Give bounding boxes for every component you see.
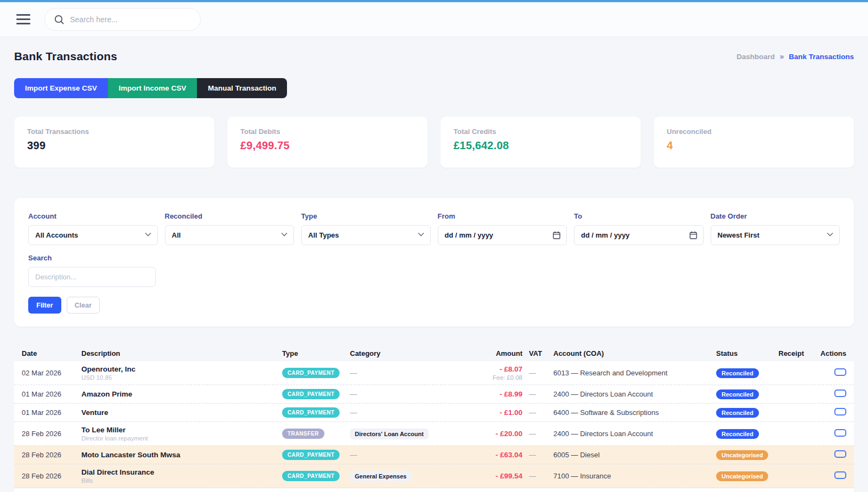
stat-value: 4: [667, 139, 841, 152]
status-badge: Reconciled: [716, 389, 759, 399]
topbar: [0, 2, 868, 37]
transaction-amount: - £20.00: [447, 426, 526, 442]
transaction-type: CARD_PAYMENT: [279, 467, 347, 485]
from-date-input[interactable]: dd / mm / yyyy: [438, 225, 567, 245]
account-select[interactable]: All Accounts: [28, 225, 158, 245]
category-pill: General Expenses: [350, 471, 411, 482]
chevron-down-icon: [827, 232, 833, 237]
col-header-category: Category: [347, 349, 447, 357]
clear-button[interactable]: Clear: [67, 297, 100, 314]
breadcrumb-separator-icon: »: [780, 52, 784, 61]
type-badge: CARD_PAYMENT: [282, 407, 340, 418]
transaction-actions: [813, 446, 850, 463]
col-header-date: Date: [18, 349, 78, 357]
to-date-input[interactable]: dd / mm / yyyy: [574, 225, 704, 245]
transaction-description: Dial Direct Insurance Bills: [78, 464, 279, 488]
type-badge: CARD_PAYMENT: [282, 368, 340, 378]
calendar-icon: [553, 231, 560, 239]
stat-label: Unreconciled: [667, 127, 841, 136]
transaction-description: To Lee Miller Director loan repayment: [78, 422, 279, 445]
table-row: 28 Feb 2026 Sq *colchester Market Direct…: [14, 488, 854, 492]
transaction-amount: - £8.07 Fee: £0.08: [447, 361, 526, 385]
transaction-category: General Expenses: [347, 467, 447, 485]
stat-label: Total Credits: [454, 127, 628, 136]
transaction-type: CARD_PAYMENT: [279, 446, 347, 464]
transaction-vat: —: [526, 386, 550, 402]
transaction-date: 01 Mar 2026: [18, 386, 78, 402]
date-order-label: Date Order: [711, 212, 840, 220]
transaction-vat: —: [526, 365, 550, 381]
transaction-type: CARD_PAYMENT: [279, 364, 347, 382]
transactions-table: Date Description Type Category Amount VA…: [14, 345, 854, 492]
row-action-button[interactable]: [834, 368, 846, 376]
transaction-account: 2400 — Directors Loan Account: [550, 386, 713, 402]
transaction-receipt: [775, 391, 813, 398]
transaction-vat: —: [526, 468, 550, 484]
calendar-icon: [690, 231, 697, 239]
transaction-description: Amazon Prime: [78, 386, 279, 402]
transaction-receipt: [775, 472, 813, 480]
import-income-csv-button[interactable]: Import Income CSV: [108, 78, 197, 98]
status-badge: Reconciled: [716, 368, 759, 378]
breadcrumb-current[interactable]: Bank Transactions: [789, 53, 854, 61]
type-filter-label: Type: [301, 212, 431, 220]
table-row: 28 Feb 2026 Moto Lancaster South Mwsa CA…: [14, 446, 854, 464]
transaction-description: Openrouter, Inc USD 10.85: [78, 361, 279, 385]
table-row: 02 Mar 2026 Openrouter, Inc USD 10.85 CA…: [14, 361, 854, 385]
row-action-button[interactable]: [834, 408, 846, 416]
row-action-button[interactable]: [834, 389, 846, 397]
date-order-select[interactable]: Newest First: [711, 225, 840, 245]
stat-card-total-credits: Total Credits £15,642.08: [441, 117, 641, 168]
reconciled-filter-label: Reconciled: [165, 212, 295, 220]
transaction-date: 02 Mar 2026: [18, 365, 78, 381]
search-input[interactable]: [70, 15, 192, 24]
reconciled-select[interactable]: All: [165, 225, 295, 245]
description-search-label: Search: [28, 254, 156, 262]
to-date-label: To: [574, 212, 704, 220]
stat-value: £15,642.08: [454, 139, 628, 152]
row-action-button[interactable]: [834, 429, 846, 437]
type-badge: CARD_PAYMENT: [282, 450, 340, 460]
type-select[interactable]: All Types: [301, 225, 431, 245]
transaction-account: 6400 — Software & Subscriptions: [550, 405, 713, 420]
transaction-status: Reconciled: [713, 365, 775, 382]
transaction-account: 2400 — Directors Loan Account: [550, 426, 713, 442]
table-row: 28 Feb 2026 To Lee Miller Director loan …: [14, 422, 854, 446]
transaction-vat: —: [526, 405, 550, 420]
transaction-actions: [813, 386, 850, 402]
stat-label: Total Transactions: [27, 127, 201, 136]
filter-button[interactable]: Filter: [28, 297, 61, 314]
global-search[interactable]: [44, 8, 201, 31]
transaction-amount: - £99.54: [447, 468, 526, 484]
manual-transaction-button[interactable]: Manual Transaction: [197, 78, 287, 98]
transaction-status: Uncategorised: [713, 468, 775, 485]
import-expense-csv-button[interactable]: Import Expense CSV: [14, 78, 108, 98]
transaction-type: CARD_PAYMENT: [279, 404, 347, 421]
row-action-button[interactable]: [834, 471, 846, 479]
transaction-amount: - £8.99: [447, 386, 526, 402]
table-header-row: Date Description Type Category Amount VA…: [14, 345, 854, 361]
stat-value: 399: [27, 139, 201, 152]
col-header-actions: Actions: [813, 349, 850, 357]
transaction-category: —: [347, 447, 447, 463]
stat-value: £9,499.75: [240, 139, 414, 152]
from-date-label: From: [438, 212, 567, 220]
table-body: 02 Mar 2026 Openrouter, Inc USD 10.85 CA…: [14, 361, 854, 492]
description-search-input[interactable]: [28, 267, 156, 287]
transaction-description: Sq *colchester Market Director loan repa…: [78, 488, 279, 492]
breadcrumb-dashboard[interactable]: Dashboard: [737, 53, 775, 61]
transaction-type: CARD_PAYMENT: [279, 385, 347, 403]
row-action-button[interactable]: [834, 450, 846, 458]
transaction-receipt: [775, 409, 813, 417]
transaction-toolbar: Import Expense CSV Import Income CSV Man…: [14, 78, 287, 98]
menu-icon[interactable]: [16, 14, 30, 24]
table-row: 28 Feb 2026 Dial Direct Insurance Bills …: [14, 464, 854, 488]
transaction-category: —: [347, 386, 447, 402]
type-badge: TRANSFER: [282, 429, 324, 439]
col-header-amount: Amount: [447, 349, 526, 357]
transaction-date: 28 Feb 2026: [18, 447, 78, 463]
col-header-description: Description: [78, 349, 279, 357]
transaction-category: Directors' Loan Account: [347, 425, 447, 443]
transaction-account: 6005 — Diesel: [550, 447, 713, 463]
category-pill: Directors' Loan Account: [350, 429, 429, 439]
